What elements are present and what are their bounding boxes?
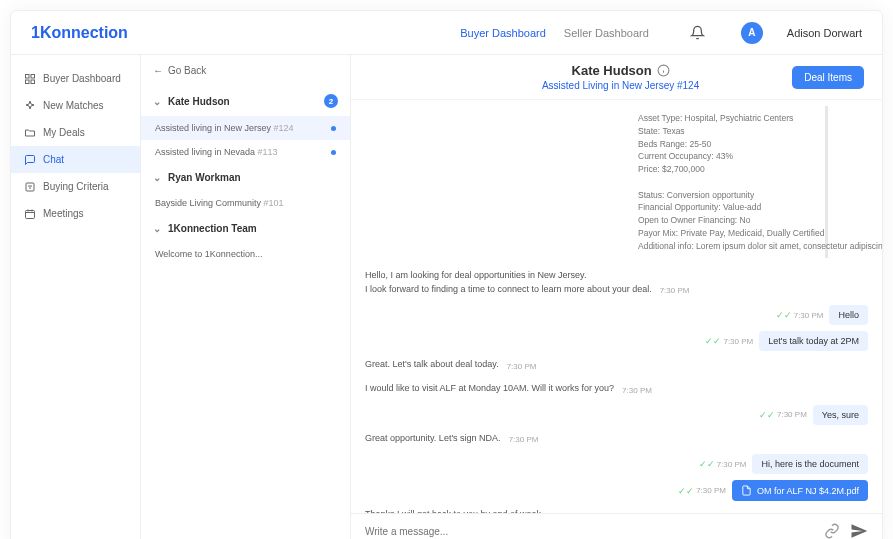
conversation-list: ← Go Back ⌄ Kate Hudson 2 Assisted livin… <box>141 55 351 539</box>
conv-item-nv[interactable]: Assisted living in Nevada #113 <box>141 140 350 164</box>
message-time: ✓✓7:30 PM <box>678 486 726 496</box>
sidebar-item-label: New Matches <box>43 100 104 111</box>
svg-rect-5 <box>25 210 34 218</box>
file-icon <box>741 485 752 496</box>
sidebar-item-buyer-dashboard[interactable]: Buyer Dashboard <box>11 65 140 92</box>
message-bubble: Let's talk today at 2PM <box>759 331 868 351</box>
message-input[interactable] <box>365 526 814 537</box>
message-time: ✓✓7:30 PM <box>776 310 824 320</box>
topbar: 1Konnection Buyer Dashboard Seller Dashb… <box>11 11 882 55</box>
read-check-icon: ✓✓ <box>759 410 775 420</box>
message-outgoing: ✓✓7:30 PMHello <box>776 305 868 325</box>
sidebar-item-meetings[interactable]: Meetings <box>11 200 140 227</box>
unread-badge: 2 <box>324 94 338 108</box>
chevron-down-icon: ⌄ <box>153 172 163 183</box>
info-icon[interactable] <box>657 64 670 77</box>
message-bubble: Yes, sure <box>813 405 868 425</box>
read-check-icon: ✓✓ <box>705 336 721 346</box>
deal-details-card: Asset Type: Hospital, Psychiatric Center… <box>628 106 828 258</box>
conv-group-ryan-workman[interactable]: ⌄ Ryan Workman <box>141 164 350 191</box>
chat-contact-name: Kate Hudson <box>572 63 652 78</box>
chat-panel: Kate Hudson Assisted Living in New Jerse… <box>351 55 882 539</box>
read-check-icon: ✓✓ <box>678 486 694 496</box>
logo: 1Konnection <box>31 24 128 42</box>
conv-item-bayside[interactable]: Bayside Living Community #101 <box>141 191 350 215</box>
sidebar-item-new-matches[interactable]: New Matches <box>11 92 140 119</box>
filter-icon <box>23 180 36 193</box>
sidebar-item-label: Meetings <box>43 208 84 219</box>
go-back-label: Go Back <box>168 65 206 76</box>
conv-group-name: Kate Hudson <box>168 96 230 107</box>
grid-icon <box>23 72 36 85</box>
conv-item-nj[interactable]: Assisted living in New Jersey #124 <box>141 116 350 140</box>
sidebar-item-my-deals[interactable]: My Deals <box>11 119 140 146</box>
message-time: ✓✓7:30 PM <box>759 410 807 420</box>
message-outgoing: ✓✓7:30 PMHi, here is the document <box>699 454 868 474</box>
sidebar-item-buying-criteria[interactable]: Buying Criteria <box>11 173 140 200</box>
svg-rect-1 <box>31 74 35 78</box>
read-check-icon: ✓✓ <box>699 459 715 469</box>
chat-messages: Asset Type: Hospital, Psychiatric Center… <box>351 100 882 513</box>
sidebar-item-chat[interactable]: Chat <box>11 146 140 173</box>
folder-icon <box>23 126 36 139</box>
message-incoming: I would like to visit ALF at Monday 10AM… <box>365 381 652 395</box>
message-composer <box>351 513 882 539</box>
message-time: 7:30 PM <box>660 286 690 295</box>
user-name: Adison Dorwart <box>787 27 862 39</box>
message-document[interactable]: OM for ALF NJ $4.2M.pdf <box>732 480 868 501</box>
sidebar-item-label: Buying Criteria <box>43 181 109 192</box>
message-incoming: Hello, I am looking for deal opportuniti… <box>365 268 689 295</box>
read-check-icon: ✓✓ <box>776 310 792 320</box>
attach-link-icon[interactable] <box>824 523 840 539</box>
sidebar-item-label: My Deals <box>43 127 85 138</box>
chat-header: Kate Hudson Assisted Living in New Jerse… <box>351 55 882 100</box>
arrow-left-icon: ← <box>153 65 163 76</box>
message-incoming: Great opportunity. Let's sign NDA.7:30 P… <box>365 431 538 445</box>
message-incoming: Great. Let's talk about deal today.7:30 … <box>365 357 536 371</box>
tab-seller-dashboard[interactable]: Seller Dashboard <box>564 27 649 39</box>
go-back-button[interactable]: ← Go Back <box>141 55 350 86</box>
unread-dot <box>331 126 336 131</box>
message-bubble: Hi, here is the document <box>752 454 868 474</box>
chevron-down-icon: ⌄ <box>153 96 163 107</box>
sidebar-item-label: Buyer Dashboard <box>43 73 121 84</box>
tab-buyer-dashboard[interactable]: Buyer Dashboard <box>460 27 546 39</box>
conv-group-name: 1Konnection Team <box>168 223 257 234</box>
svg-rect-4 <box>26 183 34 191</box>
message-time: 7:30 PM <box>622 386 652 395</box>
conv-group-kate-hudson[interactable]: ⌄ Kate Hudson 2 <box>141 86 350 116</box>
conv-group-name: Ryan Workman <box>168 172 241 183</box>
message-outgoing: ✓✓7:30 PMLet's talk today at 2PM <box>705 331 868 351</box>
conv-group-1konnection-team[interactable]: ⌄ 1Konnection Team <box>141 215 350 242</box>
chevron-down-icon: ⌄ <box>153 223 163 234</box>
sidebar: Buyer Dashboard New Matches My Deals Cha… <box>11 55 141 539</box>
message-bubble: Hello <box>829 305 868 325</box>
svg-rect-3 <box>31 80 35 84</box>
send-button[interactable] <box>850 522 868 539</box>
deal-items-button[interactable]: Deal Items <box>792 66 864 89</box>
avatar[interactable]: A <box>741 22 763 44</box>
notifications-icon[interactable] <box>687 22 709 44</box>
message-time: 7:30 PM <box>509 435 539 444</box>
svg-rect-0 <box>25 74 29 78</box>
message-time: ✓✓7:30 PM <box>705 336 753 346</box>
message-time: 7:30 PM <box>507 362 537 371</box>
message-outgoing: ✓✓7:30 PMYes, sure <box>759 405 868 425</box>
calendar-icon <box>23 207 36 220</box>
message-time: ✓✓7:30 PM <box>699 459 747 469</box>
sparkle-icon <box>23 99 36 112</box>
message-outgoing: ✓✓7:30 PMOM for ALF NJ $4.2M.pdf <box>678 480 868 501</box>
svg-rect-2 <box>25 80 29 84</box>
sidebar-item-label: Chat <box>43 154 64 165</box>
unread-dot <box>331 150 336 155</box>
chat-deal-title[interactable]: Assisted Living in New Jersey #124 <box>449 80 792 91</box>
chat-icon <box>23 153 36 166</box>
conv-item-welcome[interactable]: Welcome to 1Konnection... <box>141 242 350 266</box>
